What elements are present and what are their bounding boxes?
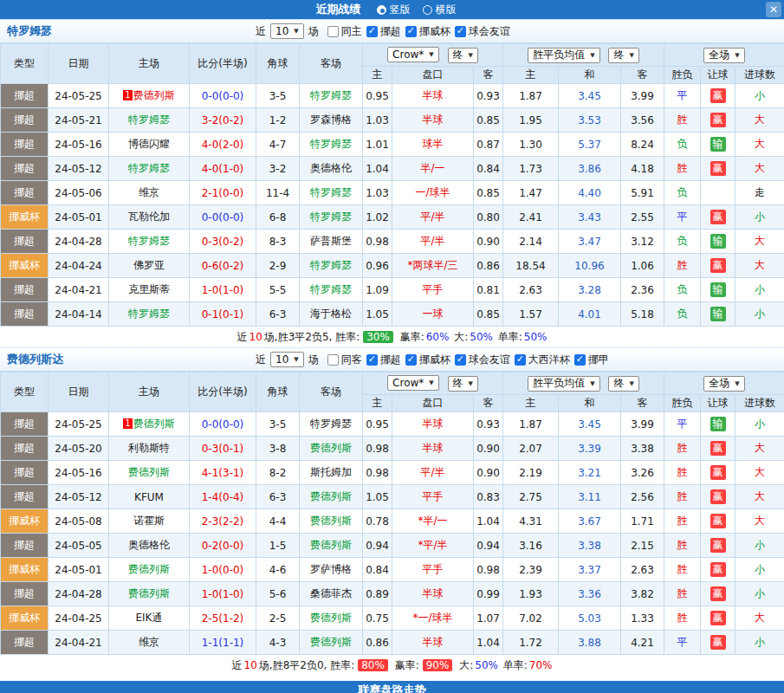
handicap-cell: 平手: [392, 278, 474, 302]
euro-away-odds-cell: 1.33: [621, 606, 664, 631]
handicap-lose-badge: 输: [710, 417, 726, 431]
bookmaker-dropdown[interactable]: Crow*▼: [387, 47, 439, 62]
europe-time-dropdown[interactable]: 终▼: [608, 48, 638, 63]
result-row: 挪超24-05-05奥德格伦0-2(0-0)1-5费德列斯0.94*平/半0.9…: [1, 534, 784, 558]
result-cell: 平: [664, 631, 701, 655]
filter-checkbox[interactable]: 同主: [327, 24, 362, 39]
odds-time-dropdown[interactable]: 终▼: [448, 48, 478, 63]
league-cell: 挪超: [1, 230, 49, 254]
chevron-down-icon: ▼: [469, 380, 473, 387]
europe-odds-dropdown[interactable]: 胜平负均值▼: [528, 376, 599, 392]
score-cell: 0-0(0-0): [190, 205, 256, 230]
home-cell: 维京: [109, 631, 190, 655]
euro-draw-odds-cell: 5.03: [559, 606, 621, 631]
euro-home-odds-cell: 2.19: [503, 461, 559, 485]
col-date: 日期: [49, 372, 109, 412]
summary-segment: 70%: [529, 659, 553, 671]
date-cell: 24-04-25: [49, 606, 109, 631]
date-cell: 24-04-21: [49, 631, 109, 655]
chevron-down-icon: ▼: [429, 51, 433, 58]
home-cell: 特罗姆瑟: [109, 108, 190, 133]
home-team-name: 佛罗亚: [133, 259, 165, 271]
recent-count-dropdown[interactable]: 10 ▼: [270, 23, 304, 39]
scope-dropdown[interactable]: 全场▼: [703, 376, 744, 392]
odds-time-dropdown[interactable]: 终▼: [448, 376, 478, 392]
europe-odds-dropdown[interactable]: 胜平负均值▼: [528, 48, 599, 63]
filter-checkbox[interactable]: 挪威杯: [405, 24, 450, 39]
goals-cell: 大: [735, 461, 784, 485]
euro-home-odds-cell: 1.95: [503, 108, 559, 133]
filter-checkbox[interactable]: 挪超: [366, 24, 401, 39]
handicap-cell: 一球: [392, 302, 474, 327]
chevron-down-icon: ▼: [629, 52, 633, 59]
handicap-cell: 半球: [392, 84, 474, 108]
layout-radio-vertical[interactable]: 竖版: [377, 3, 411, 17]
europe-time-dropdown[interactable]: 终▼: [608, 376, 638, 392]
handicap-cell: 半球: [392, 631, 474, 655]
euro-home-odds-cell: 1.93: [503, 582, 559, 606]
chevron-down-icon: ▼: [294, 356, 298, 363]
filter-checkbox[interactable]: 球会友谊: [455, 24, 510, 39]
handicap-cell: 半球: [392, 108, 474, 133]
away-cell: 特罗姆瑟: [300, 254, 363, 278]
chevron-down-icon: ▼: [735, 52, 739, 59]
asian-odds-group-header: Crow*▼ 终▼: [363, 44, 503, 67]
handicap-result-cell: 赢: [701, 534, 735, 558]
euro-draw-odds-cell: 3.53: [559, 108, 621, 133]
col-asian-home: 主: [363, 67, 392, 84]
euro-away-odds-cell: 3.99: [621, 412, 664, 437]
col-away: 客场: [300, 372, 363, 412]
away-team-name: 费德列斯: [310, 636, 352, 648]
score-cell: 1-4(0-4): [190, 485, 256, 509]
asian-away-odds-cell: 0.85: [474, 181, 503, 205]
filter-checkbox[interactable]: 同客: [327, 353, 362, 367]
date-cell: 24-05-05: [49, 534, 109, 558]
asian-away-odds-cell: 0.98: [474, 558, 503, 582]
euro-home-odds-cell: 2.41: [503, 205, 559, 230]
result-row: 挪超24-05-06维京2-1(0-0)11-4特罗姆瑟1.03一/球半0.85…: [1, 181, 784, 205]
filter-checkbox[interactable]: 挪甲: [574, 353, 609, 367]
result-cell: 平: [664, 205, 701, 230]
home-cell: 特罗姆瑟: [109, 157, 190, 181]
handicap-result-cell: 赢: [701, 606, 735, 631]
close-icon[interactable]: ✕: [766, 2, 781, 17]
section-header: 费德列斯达 近 10 ▼ 场 同客挪超挪威杯球会友谊大西洋杯挪甲: [0, 347, 784, 372]
home-team-name: 特罗姆瑟: [128, 308, 170, 320]
home-team-name: 特罗姆瑟: [128, 162, 170, 174]
home-cell: 费德列斯: [109, 461, 190, 485]
asian-away-odds-cell: 0.86: [474, 254, 503, 278]
handicap-result-cell: [701, 181, 735, 205]
date-cell: 24-05-06: [49, 181, 109, 205]
layout-radio-horizontal[interactable]: 横版: [423, 3, 457, 17]
result-cell: 负: [664, 278, 701, 302]
asian-home-odds-cell: 1.05: [363, 485, 392, 509]
filter-checkbox[interactable]: 挪威杯: [405, 353, 450, 367]
col-asian-away: 客: [474, 395, 503, 412]
col-euro-away: 客: [621, 395, 664, 412]
date-cell: 24-04-28: [49, 582, 109, 606]
scope-dropdown[interactable]: 全场▼: [703, 48, 744, 63]
handicap-result-cell: 赢: [701, 631, 735, 655]
bookmaker-dropdown[interactable]: Crow*▼: [387, 375, 439, 391]
recent-count-dropdown[interactable]: 10 ▼: [270, 352, 304, 367]
team-name: 特罗姆瑟: [0, 23, 256, 39]
handicap-win-badge: 赢: [710, 635, 726, 650]
date-cell: 24-05-01: [49, 205, 109, 230]
results-tbody: 挪超24-05-251费德列斯0-0(0-0)3-5特罗姆瑟0.95半球0.93…: [1, 412, 784, 655]
goals-cell: 小: [735, 631, 784, 655]
away-cell: 罗萨博格: [300, 558, 363, 582]
corner-cell: 2-9: [256, 254, 300, 278]
corner-cell: 5-6: [256, 582, 300, 606]
away-cell: 费德列斯: [300, 606, 363, 631]
handicap-cell: 平手: [392, 558, 474, 582]
filter-checkbox[interactable]: 球会友谊: [455, 353, 510, 367]
filter-checkbox[interactable]: 大西洋杯: [515, 353, 570, 367]
goals-cell: 小: [735, 412, 784, 437]
league-cell: 挪超: [1, 133, 49, 157]
result-row: 挪超24-05-251费德列斯0-0(0-0)3-5特罗姆瑟0.95半球0.93…: [1, 84, 784, 108]
summary-segment: 近: [237, 330, 248, 345]
corner-cell: 6-8: [256, 205, 300, 230]
filter-checkbox[interactable]: 挪超: [366, 353, 401, 367]
corner-cell: 3-5: [256, 84, 300, 108]
handicap-result-cell: 赢: [701, 157, 735, 181]
